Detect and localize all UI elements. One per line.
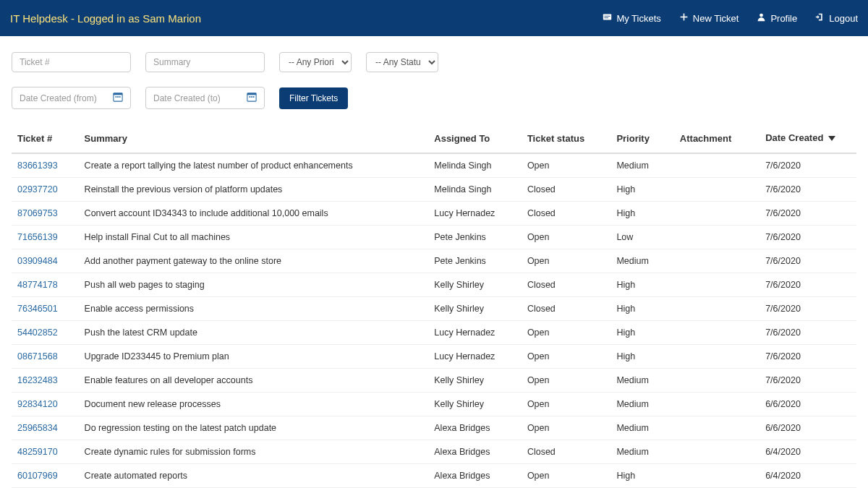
table-row: 08671568Upgrade ID233445 to Premium plan… [12,345,856,369]
table-row: 16232483Enable features on all developer… [12,369,856,393]
ticket-link[interactable]: 60107969 [17,471,58,481]
filter-row-2: Date Created (from) Date Created (to) Fi… [12,87,856,109]
cell-status: Open [522,345,610,369]
ticket-link[interactable]: 16232483 [17,375,58,385]
cell-date: 7/6/2020 [760,202,856,226]
cell-priority: Medium [610,249,673,273]
cell-summary: Reinstall the previous version of platfo… [79,178,429,202]
cell-status: Closed [522,273,610,297]
date-from-placeholder: Date Created (from) [20,93,97,103]
nav-new-ticket[interactable]: New Ticket [679,12,739,24]
cell-assigned: Lucy Hernadez [428,202,522,226]
nav-my-tickets[interactable]: My Tickets [603,12,660,24]
cell-attachment [674,226,760,249]
ticket-link[interactable]: 83661393 [17,160,58,171]
cell-assigned: Kelly Shirley [428,369,522,393]
cell-summary: Create dynamic rules for submission form… [79,440,429,464]
plus-icon [679,12,689,24]
svg-rect-14 [251,96,252,98]
tickets-table-container: Ticket # Summary Assigned To Ticket stat… [0,116,868,488]
cell-date: 7/6/2020 [760,273,856,297]
table-row: 83661393Create a report tallying the lat… [12,153,856,178]
ticket-link[interactable]: 92834120 [17,399,58,409]
cell-date: 7/6/2020 [760,297,856,321]
priority-select[interactable]: -- Any Priority -- [279,52,352,72]
cell-assigned: Alexa Bridges [428,440,522,464]
table-row: 76346501Enable access permissionsKelly S… [12,297,856,321]
cell-attachment [674,440,760,464]
table-row: 03909484Add another payment gateway to t… [12,249,856,273]
th-assigned[interactable]: Assigned To [428,124,522,153]
cell-status: Open [522,464,610,488]
table-row: 87069753Convert account ID34343 to inclu… [12,202,856,226]
cell-attachment [674,178,760,202]
cell-assigned: Melinda Singh [428,178,522,202]
cell-assigned: Lucy Hernadez [428,321,522,345]
svg-rect-7 [114,93,122,95]
cell-date: 7/6/2020 [760,345,856,369]
th-date[interactable]: Date Created [760,124,856,153]
cell-date: 7/6/2020 [760,153,856,178]
cell-status: Open [522,369,610,393]
cell-date: 6/4/2020 [760,464,856,488]
ticket-link[interactable]: 03909484 [17,256,58,266]
ticket-link[interactable]: 71656139 [17,232,58,242]
cell-assigned: Lucy Hernadez [428,345,522,369]
ticket-link[interactable]: 76346501 [17,304,58,314]
ticket-link[interactable]: 25965834 [17,423,58,433]
table-row: 02937720Reinstall the previous version o… [12,178,856,202]
status-select[interactable]: -- Any Status -- [366,52,438,72]
th-summary[interactable]: Summary [79,124,429,153]
filter-tickets-button[interactable]: Filter Tickets [279,87,348,109]
cell-priority: Medium [610,153,673,178]
cell-date: 7/6/2020 [760,249,856,273]
cell-date: 7/6/2020 [760,321,856,345]
cell-status: Open [522,249,610,273]
svg-rect-8 [116,96,117,98]
ticket-link[interactable]: 02937720 [17,184,58,194]
svg-rect-12 [247,93,256,95]
cell-attachment [674,249,760,273]
cell-assigned: Kelly Shirley [428,393,522,416]
cell-status: Open [522,321,610,345]
date-from-input[interactable]: Date Created (from) [12,87,131,109]
nav-logout[interactable]: Logout [815,12,858,24]
cell-status: Open [522,153,610,178]
cell-priority: Medium [610,369,673,393]
nav-profile-label: Profile [770,13,797,24]
cell-assigned: Alexa Bridges [428,416,522,440]
ticket-link[interactable]: 48774178 [17,280,58,290]
summary-input[interactable] [145,52,265,72]
ticket-link[interactable]: 54402852 [17,328,58,338]
nav-profile[interactable]: Profile [757,12,797,24]
svg-rect-13 [250,96,251,98]
table-row: 60107969Create automated reportsAlexa Br… [12,464,856,488]
svg-rect-0 [603,14,611,20]
nav-logout-label: Logout [829,13,858,24]
ticket-link[interactable]: 08671568 [17,351,58,361]
cell-summary: Create automated reports [79,464,429,488]
cell-summary: Enable features on all developer account… [79,369,429,393]
cell-priority: High [610,321,673,345]
ticket-number-input[interactable] [12,52,131,72]
filters-panel: -- Any Priority -- -- Any Status -- Date… [0,36,868,116]
cell-summary: Upgrade ID233445 to Premium plan [79,345,429,369]
cell-attachment [674,393,760,416]
cell-attachment [674,202,760,226]
ticket-link[interactable]: 48259170 [17,447,58,457]
date-to-input[interactable]: Date Created (to) [145,87,265,109]
cell-attachment [674,464,760,488]
cell-attachment [674,297,760,321]
tickets-icon [603,12,612,24]
th-ticket[interactable]: Ticket # [12,124,79,153]
th-priority[interactable]: Priority [610,124,673,153]
th-attachment[interactable]: Attachment [674,124,760,153]
cell-priority: High [610,178,673,202]
cell-priority: Low [610,226,673,249]
ticket-link[interactable]: 87069753 [17,208,58,218]
table-row: 48774178Push all web pages to stagingKel… [12,273,856,297]
svg-rect-2 [605,17,609,18]
filter-row-1: -- Any Priority -- -- Any Status -- [12,52,856,72]
th-status[interactable]: Ticket status [522,124,610,153]
cell-summary: Convert account ID34343 to include addit… [79,202,429,226]
